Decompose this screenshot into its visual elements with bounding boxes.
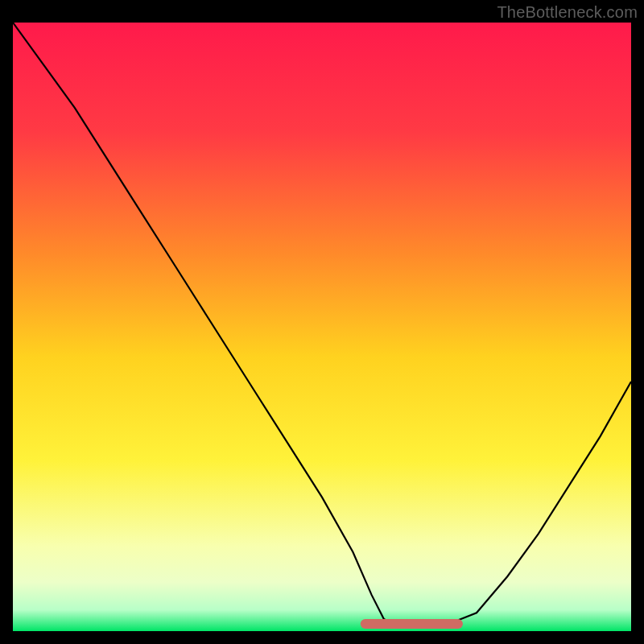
plot-area [13, 23, 631, 631]
credit-watermark: TheBottleneck.com [497, 3, 638, 22]
bottleneck-curve [13, 23, 631, 625]
chart-stage: TheBottleneck.com [0, 0, 644, 644]
curve-layer [13, 23, 631, 631]
